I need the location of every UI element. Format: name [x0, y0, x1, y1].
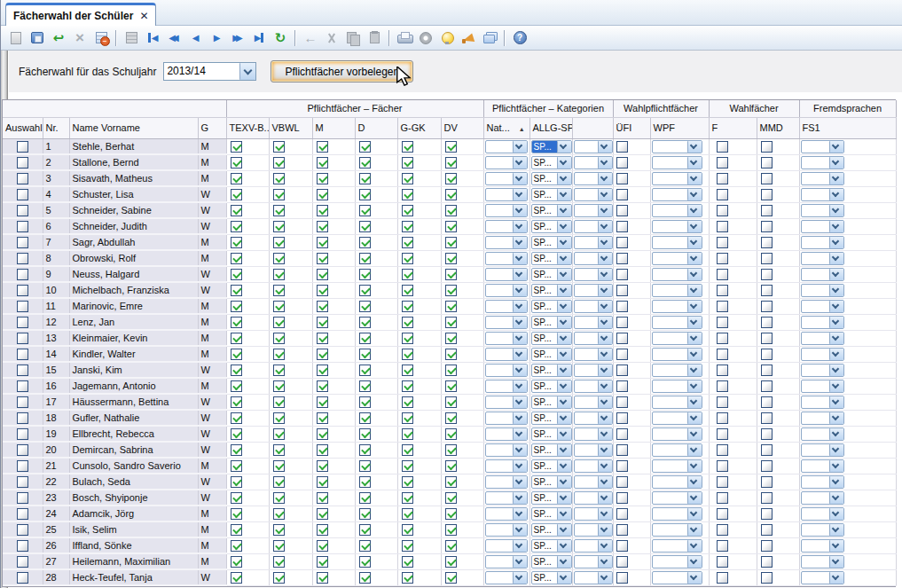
vbwl-checkbox[interactable]	[273, 556, 285, 568]
d-checkbox[interactable]	[359, 572, 371, 584]
uefi-checkbox[interactable]	[616, 173, 628, 184]
chevron-down-icon[interactable]	[687, 349, 702, 360]
nat-select[interactable]	[485, 236, 528, 249]
wpf-select[interactable]	[652, 507, 702, 521]
texv-b-checkbox[interactable]	[231, 476, 242, 488]
wpf-select[interactable]	[652, 427, 702, 441]
f-checkbox[interactable]	[717, 301, 728, 312]
dv-checkbox[interactable]	[445, 428, 457, 440]
chevron-down-icon[interactable]	[687, 253, 702, 264]
row-select-checkbox[interactable]	[17, 380, 28, 392]
chevron-down-icon[interactable]	[829, 412, 843, 424]
f-checkbox[interactable]	[717, 396, 728, 408]
vbwl-checkbox[interactable]	[273, 237, 285, 248]
d-checkbox[interactable]	[359, 380, 371, 392]
wpf-select[interactable]	[652, 443, 702, 457]
nat-select[interactable]	[485, 539, 528, 553]
row-select-checkbox[interactable]	[17, 221, 28, 232]
chevron-down-icon[interactable]	[829, 460, 843, 472]
texv-b-checkbox[interactable]	[231, 301, 242, 312]
chevron-down-icon[interactable]	[513, 380, 527, 392]
nat-select[interactable]	[485, 268, 528, 281]
m-checkbox[interactable]	[317, 333, 328, 344]
chevron-down-icon[interactable]	[598, 333, 612, 344]
d-checkbox[interactable]	[359, 189, 371, 200]
chevron-down-icon[interactable]	[829, 301, 843, 312]
m-checkbox[interactable]	[317, 205, 328, 216]
unnamed-select[interactable]	[574, 443, 613, 457]
texv-b-checkbox[interactable]	[231, 221, 242, 232]
wpf-select[interactable]	[652, 475, 702, 489]
texv-b-checkbox[interactable]	[231, 524, 242, 536]
chevron-down-icon[interactable]	[598, 380, 612, 392]
unnamed-select[interactable]	[574, 491, 613, 505]
nat-select[interactable]	[485, 571, 528, 584]
texv-b-checkbox[interactable]	[231, 333, 242, 344]
g-gk-checkbox[interactable]	[402, 285, 413, 296]
fs1-select[interactable]	[801, 412, 844, 425]
chevron-down-icon[interactable]	[829, 237, 843, 248]
allg-sp-select[interactable]: SP...	[531, 220, 572, 233]
vbwl-checkbox[interactable]	[273, 524, 285, 536]
row-select-checkbox[interactable]	[17, 205, 28, 216]
texv-b-checkbox[interactable]	[231, 349, 242, 360]
chevron-down-icon[interactable]	[557, 349, 571, 360]
vbwl-checkbox[interactable]	[273, 285, 285, 296]
texv-b-checkbox[interactable]	[231, 540, 242, 552]
chevron-down-icon[interactable]	[829, 508, 843, 520]
mmd-checkbox[interactable]	[761, 380, 773, 392]
row-select-checkbox[interactable]	[17, 556, 28, 568]
unnamed-select[interactable]	[574, 459, 613, 473]
chevron-down-icon[interactable]	[557, 317, 571, 328]
nat-select[interactable]	[485, 204, 528, 217]
mmd-checkbox[interactable]	[761, 444, 773, 456]
fast-backward-icon[interactable]: ◀◀	[164, 28, 184, 48]
chevron-down-icon[interactable]	[513, 173, 527, 184]
chevron-down-icon[interactable]	[829, 285, 843, 296]
chevron-down-icon[interactable]	[557, 333, 571, 344]
unnamed-select[interactable]	[574, 316, 613, 329]
chevron-down-icon[interactable]	[513, 237, 527, 248]
hint-icon[interactable]	[437, 28, 457, 48]
wpf-select[interactable]	[652, 156, 702, 169]
wpf-select[interactable]	[652, 316, 702, 329]
dv-checkbox[interactable]	[445, 524, 457, 536]
vbwl-checkbox[interactable]	[273, 476, 285, 488]
vbwl-checkbox[interactable]	[273, 317, 285, 328]
m-checkbox[interactable]	[317, 253, 328, 264]
wpf-select[interactable]	[652, 220, 702, 233]
nat-select[interactable]	[485, 396, 528, 409]
vbwl-checkbox[interactable]	[273, 253, 285, 264]
chevron-down-icon[interactable]	[513, 540, 527, 552]
column-header-name[interactable]: Name Vorname	[69, 117, 198, 138]
d-checkbox[interactable]	[359, 221, 371, 232]
chevron-down-icon[interactable]	[598, 317, 612, 328]
chevron-down-icon[interactable]	[829, 157, 843, 169]
chevron-down-icon[interactable]	[557, 428, 571, 440]
m-checkbox[interactable]	[317, 396, 328, 408]
uefi-checkbox[interactable]	[616, 253, 628, 264]
m-checkbox[interactable]	[317, 365, 328, 376]
nat-select[interactable]	[485, 172, 528, 185]
texv-b-checkbox[interactable]	[231, 460, 242, 472]
allg-sp-select[interactable]: SP...	[531, 555, 572, 568]
unnamed-select[interactable]	[574, 427, 613, 441]
chevron-down-icon[interactable]	[557, 205, 571, 216]
unnamed-select[interactable]	[574, 300, 613, 313]
nat-select[interactable]	[485, 475, 528, 489]
chevron-down-icon[interactable]	[557, 237, 571, 248]
chevron-down-icon[interactable]	[598, 221, 612, 232]
g-gk-checkbox[interactable]	[402, 412, 413, 424]
g-gk-checkbox[interactable]	[402, 365, 413, 376]
vbwl-checkbox[interactable]	[273, 333, 285, 344]
chevron-down-icon[interactable]	[598, 365, 612, 376]
mmd-checkbox[interactable]	[761, 253, 773, 264]
wpf-select[interactable]	[652, 412, 702, 425]
mmd-checkbox[interactable]	[761, 476, 773, 488]
g-gk-checkbox[interactable]	[402, 556, 413, 568]
chevron-down-icon[interactable]	[557, 285, 571, 296]
chevron-down-icon[interactable]	[557, 380, 571, 392]
d-checkbox[interactable]	[359, 524, 371, 536]
uefi-checkbox[interactable]	[616, 317, 628, 328]
m-checkbox[interactable]	[317, 221, 328, 232]
